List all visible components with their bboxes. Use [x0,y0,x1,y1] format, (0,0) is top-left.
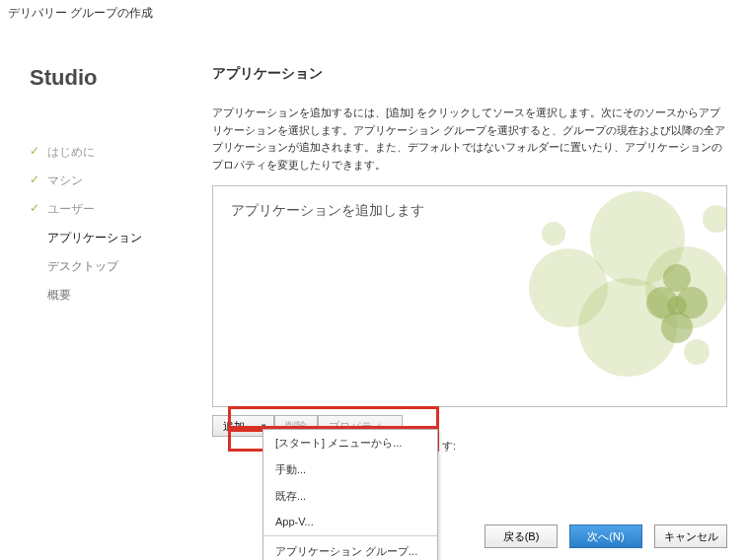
sidebar: Studio はじめに マシン ユーザー アプリケーション デスクトップ 概要 [0,32,192,560]
menu-item-appv[interactable]: App-V... [263,510,437,533]
step-user[interactable]: ユーザー [30,195,183,224]
add-button-label: 追加... [223,419,254,434]
svg-point-5 [542,222,565,245]
step-summary[interactable]: 概要 [30,281,183,310]
svg-point-2 [578,278,677,377]
footer-buttons: 戻る(B) 次へ(N) キャンセル [485,525,727,548]
svg-point-7 [646,287,678,318]
page-description: アプリケーションを追加するには、[追加] をクリックしてソースを選択します。次に… [212,105,727,174]
add-dropdown-menu: [スタート] メニューから... 手動... 既存... App-V... アプ… [262,429,438,560]
svg-point-6 [684,339,710,365]
svg-point-9 [661,312,693,343]
svg-point-11 [667,296,687,315]
svg-point-1 [645,246,727,329]
page-title: アプリケーション [212,65,727,83]
application-list-box: アプリケーションを追加します [212,185,727,407]
next-button[interactable]: 次へ(N) [569,525,642,548]
window-title: デリバリー グループの作成 [0,0,747,32]
step-application[interactable]: アプリケーション [30,224,183,252]
folder-label-suffix: す: [442,439,456,454]
menu-item-existing[interactable]: 既存... [263,483,437,510]
step-desktop[interactable]: デスクトップ [30,252,183,281]
menu-separator [263,535,437,536]
svg-point-10 [663,264,691,292]
menu-item-manual[interactable]: 手動... [263,456,437,483]
cancel-button[interactable]: キャンセル [654,525,727,548]
step-machine[interactable]: マシン [30,167,183,195]
brand-label: Studio [30,65,183,91]
application-box-placeholder: アプリケーションを追加します [231,202,709,220]
menu-item-app-group[interactable]: アプリケーション グループ... [263,538,437,560]
svg-point-3 [529,248,608,327]
svg-point-8 [676,287,708,318]
menu-item-start-menu[interactable]: [スタート] メニューから... [263,430,437,456]
step-intro[interactable]: はじめに [30,138,183,167]
step-list: はじめに マシン ユーザー アプリケーション デスクトップ 概要 [30,138,183,310]
back-button[interactable]: 戻る(B) [485,525,558,548]
